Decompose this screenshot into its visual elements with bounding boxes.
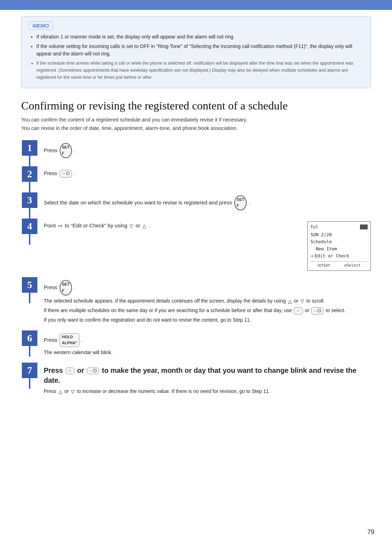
- step-4-number-col: 4: [21, 219, 38, 245]
- step-5-main-text: Press SETF .: [44, 280, 371, 295]
- memo-label: MEMO: [29, 22, 53, 30]
- step-3-period: .: [249, 199, 250, 205]
- step-4-cursor-icon: ⇨: [58, 221, 62, 231]
- step-6-row: 6 Press HOLDALPHA* . The western calenda…: [21, 330, 371, 363]
- top-bar: [0, 0, 392, 10]
- step-5-down-icon: ▽: [300, 297, 304, 305]
- memo-list: If vibration 1 or manner mode is set, th…: [29, 33, 363, 81]
- step-6-line: [29, 346, 30, 357]
- step-3-number: 3: [22, 192, 37, 208]
- step-7-line: [29, 378, 30, 389]
- step-2-number: 2: [22, 166, 37, 182]
- step-7-down-icon: ▽: [71, 388, 75, 395]
- step-2-row: 2 Press →☐ .: [21, 166, 371, 192]
- step-3-set-button: SETF: [234, 195, 247, 210]
- step-3-row: 3 Select the date on which the schedule …: [21, 192, 371, 219]
- step-3-text: Select the date on which the schedule yo…: [44, 199, 234, 205]
- memo-box: MEMO If vibration 1 or manner mode is se…: [21, 16, 371, 88]
- step-5-detail-1: The selected schedule appears. If the ap…: [44, 297, 371, 305]
- step-7-content: Press ← or →☐ to make the year, month or…: [38, 363, 371, 402]
- step-2-line: [29, 182, 30, 192]
- step-5-set-button: SETF: [60, 280, 72, 295]
- phone-edit-item: ⇒ Edit or Check: [310, 252, 368, 260]
- phone-arrow-icon: ⇒: [310, 252, 313, 260]
- step-7-detail: Press △ or ▽ to increase or decrease the…: [44, 387, 371, 395]
- step-6-press-label: Press: [44, 336, 59, 342]
- phone-screen-footer: SETSet ⊙Select: [310, 261, 368, 269]
- phone-set-label: SETSet: [318, 262, 330, 269]
- memo-item-3: If the schedule time arrives while takin…: [36, 60, 363, 81]
- step-5-detail-2: If there are multiple schedules on the s…: [44, 306, 371, 315]
- step-5-row: 5 Press SETF . The selected schedule app…: [21, 277, 371, 330]
- step-3-content: Select the date on which the schedule yo…: [38, 192, 371, 217]
- step-1-number: 1: [22, 140, 37, 156]
- step-6-hold-button: HOLDALPHA*: [60, 333, 79, 347]
- step-3-number-col: 3: [21, 192, 38, 219]
- phone-new-item: New Item: [310, 245, 368, 252]
- step-4-nav-down: ▽: [129, 222, 133, 230]
- step-1-number-col: 1: [21, 140, 38, 166]
- step-7-number: 7: [22, 363, 37, 378]
- phone-battery-icon: ▓▓▓: [360, 224, 368, 231]
- main-content: MEMO If vibration 1 or manner mode is se…: [0, 10, 392, 416]
- step-5-line: [29, 293, 30, 303]
- step-1-set-button: SETF: [60, 143, 72, 158]
- step-4-period: .: [149, 222, 150, 228]
- step-6-detail: The western calendar will blink.: [44, 348, 371, 356]
- step-7-row: 7 Press ← or →☐ to make the year, month …: [21, 363, 371, 402]
- step-2-number-col: 2: [21, 166, 38, 192]
- step-6-period: .: [82, 336, 83, 342]
- step-4-point-label: Point: [44, 222, 57, 228]
- step-6-number-col: 6: [21, 330, 38, 357]
- step-5-up-icon: △: [288, 297, 292, 305]
- step-7-left-btn: ←: [66, 368, 74, 374]
- step-4-inner-row: Point ⇨ to "Edit or Check" by using ▽ or…: [44, 221, 371, 271]
- step-7-right-btn: →☐: [87, 368, 99, 374]
- page-number: 79: [367, 529, 374, 536]
- step-7-up-icon: △: [59, 388, 62, 395]
- step-6-number: 6: [22, 330, 37, 346]
- step-4-line: [29, 234, 30, 245]
- step-1-period: .: [74, 147, 76, 153]
- step-2-press-label: Press: [44, 170, 59, 176]
- step-5-right-btn: →☐: [311, 307, 324, 315]
- step-4-text-block: Point ⇨ to "Edit or Check" by using ▽ or…: [44, 221, 300, 231]
- step-5-number-col: 5: [21, 277, 38, 303]
- step-6-main-text: Press HOLDALPHA* .: [44, 333, 371, 347]
- step-7-number-col: 7: [21, 363, 38, 389]
- step-4-nav-up: △: [143, 222, 146, 230]
- step-1-press-label: Press: [44, 147, 59, 153]
- phone-edit-label: Edit or Check: [315, 252, 349, 259]
- step-4-content: Point ⇨ to "Edit or Check" by using ▽ or…: [38, 219, 371, 278]
- step-7-main-text: Press ← or →☐ to make the year, month or…: [44, 365, 371, 385]
- step-5-period: .: [74, 284, 76, 290]
- step-6-content: Press HOLDALPHA* . The western calendar …: [38, 330, 371, 363]
- section-title: Confirming or revising the registered co…: [21, 99, 371, 112]
- step-1-content: Press SETF .: [38, 140, 371, 165]
- memo-item-2: If the volume setting for incoming calls…: [36, 43, 363, 58]
- phone-date: SUN 2/20: [310, 231, 368, 238]
- phone-screen-header: Tul ▓▓▓: [310, 224, 368, 231]
- step-1-row: 1 Press SETF .: [21, 140, 371, 166]
- step-3-line: [29, 208, 30, 219]
- phone-schedule-label: Schedule: [310, 238, 368, 245]
- step-4-row: 4 Point ⇨ to "Edit or Check" by using ▽ …: [21, 219, 371, 278]
- step-5-detail-3: If you only want to confirm the registra…: [44, 316, 371, 324]
- steps-container: 1 Press SETF . 2 Press →☐ .: [21, 140, 371, 402]
- step-5-content: Press SETF . The selected schedule appea…: [38, 277, 371, 330]
- step-5-number: 5: [22, 277, 37, 293]
- step-5-press-label: Press: [44, 284, 59, 290]
- step-4-number: 4: [22, 219, 37, 234]
- step-1-line: [29, 156, 30, 166]
- phone-signal-icon: Tul: [310, 224, 318, 231]
- phone-screen: Tul ▓▓▓ SUN 2/20 Schedule New Item ⇒ Edi…: [307, 221, 371, 271]
- phone-select-label: ⊙Select: [344, 262, 361, 269]
- section-desc: You can confirm the content of a registe…: [21, 116, 371, 132]
- memo-item-1: If vibration 1 or manner mode is set, th…: [36, 33, 363, 41]
- step-4-middle-text: to "Edit or Check" by using: [65, 222, 129, 228]
- step-2-period: .: [74, 170, 76, 176]
- step-2-nav-button: →☐: [60, 170, 72, 178]
- step-5-left-btn: ←: [294, 307, 303, 315]
- step-4-or: or: [135, 222, 142, 228]
- step-2-content: Press →☐ .: [38, 166, 371, 184]
